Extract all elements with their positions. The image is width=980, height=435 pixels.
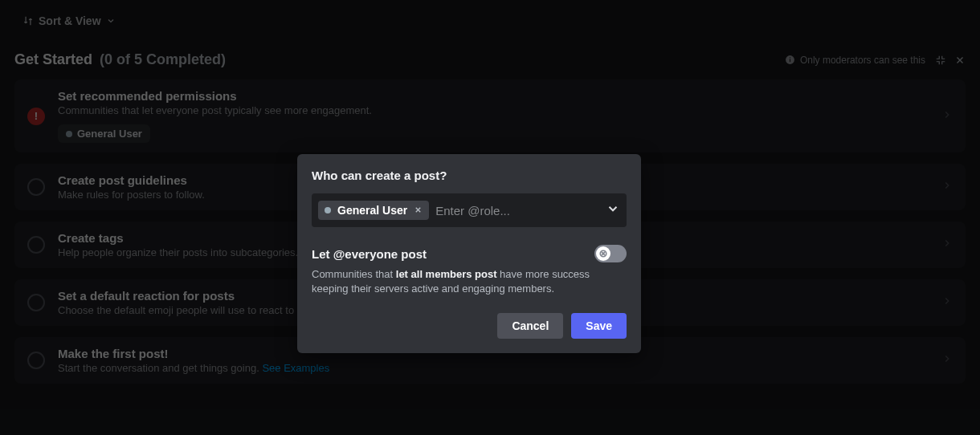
empty-circle-icon <box>27 294 45 311</box>
header-progress: (0 of 5 Completed) <box>100 51 226 67</box>
cancel-button[interactable]: Cancel <box>497 313 563 339</box>
card-sub: Communities that let everyone post typic… <box>58 104 929 116</box>
chevron-down-icon[interactable] <box>606 201 620 219</box>
empty-circle-icon <box>27 236 45 254</box>
role-input[interactable] <box>435 204 599 218</box>
get-started-header: Get Started (0 of 5 Completed) <box>14 51 226 68</box>
info-icon <box>785 55 795 65</box>
empty-circle-icon <box>27 352 45 369</box>
role-chip-label: General User <box>77 128 142 140</box>
mod-note-text: Only moderators can see this <box>800 55 925 66</box>
sort-view-label: Sort & View <box>39 14 101 27</box>
who-can-post-modal: Who can create a post? General User Let … <box>297 154 641 353</box>
svg-rect-1 <box>790 59 790 62</box>
remove-role-icon[interactable] <box>414 205 423 217</box>
role-chip-general-user[interactable]: General User <box>58 124 150 143</box>
chevron-right-icon <box>941 238 953 252</box>
save-button[interactable]: Save <box>571 313 627 339</box>
role-select[interactable]: General User <box>312 193 627 227</box>
role-dot-icon <box>325 207 331 213</box>
alert-icon: ! <box>27 108 45 125</box>
role-dot-icon <box>66 131 72 137</box>
svg-rect-2 <box>790 57 790 58</box>
card-title: Set recommended permissions <box>58 89 929 103</box>
chevron-right-icon <box>941 109 953 124</box>
collapse-icon[interactable] <box>935 55 946 66</box>
chevron-down-icon <box>106 16 116 26</box>
card-sub: Start the conversation and get things go… <box>58 362 929 374</box>
card-permissions[interactable]: ! Set recommended permissions Communitie… <box>14 79 966 152</box>
chevron-right-icon <box>941 180 953 194</box>
header-title: Get Started <box>14 51 92 67</box>
sort-icon <box>22 15 34 26</box>
close-icon[interactable] <box>954 55 966 66</box>
chevron-right-icon <box>941 353 953 368</box>
selected-role-label: General User <box>337 204 407 217</box>
selected-role-chip[interactable]: General User <box>318 201 429 220</box>
empty-circle-icon <box>27 178 45 196</box>
toggle-description: Communities that let all members post ha… <box>312 267 627 295</box>
chevron-right-icon <box>941 295 953 310</box>
toggle-label: Let @everyone post <box>312 247 427 261</box>
toggle-knob <box>596 246 610 261</box>
see-examples-link[interactable]: See Examples <box>262 362 329 374</box>
sort-view-button[interactable]: Sort & View <box>14 11 124 30</box>
everyone-post-toggle[interactable] <box>594 245 627 262</box>
modal-title: Who can create a post? <box>312 169 627 182</box>
